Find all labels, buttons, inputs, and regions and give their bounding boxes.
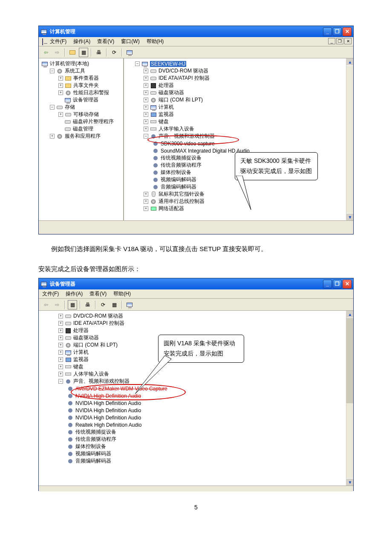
expand-icon[interactable]: +	[144, 127, 148, 131]
tree-legacy-aud[interactable]: 传统音频驱动程序	[161, 162, 202, 169]
tree-cpu[interactable]: 处理器	[159, 82, 174, 89]
back-button[interactable]: ⇦	[41, 48, 51, 57]
tree-keyboard[interactable]: 键盘	[159, 118, 169, 125]
expand-icon[interactable]: +	[58, 76, 63, 81]
menu-file[interactable]: 文件(F)	[50, 38, 66, 45]
tree-disk-drive[interactable]: 磁盘驱动器	[73, 334, 99, 341]
tree-legacy-vid[interactable]: 传统视频捕捉设备	[75, 428, 116, 436]
tree-nvidia-4[interactable]: NVIDIA High Definition Audio	[75, 415, 141, 421]
tree-legacy-aud[interactable]: 传统音频驱动程序	[75, 436, 116, 443]
tree-monitor[interactable]: 监视器	[159, 111, 174, 118]
tree-aud-codec[interactable]: 音频编码解码器	[161, 183, 196, 191]
refresh-button[interactable]: ⟳	[110, 48, 119, 57]
expand-icon[interactable]: +	[144, 199, 148, 204]
menu-action[interactable]: 操作(A)	[66, 290, 83, 298]
tree-hid[interactable]: 人体学输入设备	[159, 125, 194, 133]
expand-icon[interactable]: +	[58, 90, 63, 95]
expand-icon[interactable]: +	[144, 112, 148, 117]
expand-icon[interactable]: +	[144, 119, 148, 124]
tree-ide[interactable]: IDE ATA/ATAPI 控制器	[159, 75, 210, 82]
collapse-icon[interactable]: −	[50, 69, 55, 73]
tree-root-pc[interactable]: SEEKVIEW-HJ	[150, 61, 186, 67]
menu-action[interactable]: 操作(A)	[73, 38, 90, 45]
tree-defrag[interactable]: 磁盘碎片整理程序	[73, 118, 114, 125]
tree-disk-drive[interactable]: 磁盘驱动器	[159, 89, 184, 96]
tree-averdvd[interactable]: AVerDVD EZMaker WDM Video Capture	[75, 386, 167, 392]
collapse-icon[interactable]: −	[135, 61, 140, 66]
tree-computer[interactable]: 计算机	[73, 349, 89, 356]
menu-file[interactable]: 文件(F)	[42, 290, 59, 298]
right-tree-pane[interactable]: −SEEKVIEW-HJ +DVD/CD-ROM 驱动器 +IDE ATA/AT…	[124, 58, 353, 220]
tree-keyboard[interactable]: 键盘	[73, 363, 84, 370]
expand-icon[interactable]: +	[58, 335, 63, 340]
tree-removable[interactable]: 可移动存储	[73, 111, 99, 118]
mdi-restore-button[interactable]: ❐	[336, 38, 343, 44]
scroll-down-button[interactable]: ▼	[346, 213, 353, 220]
tree-device-manager[interactable]: 设备管理器	[73, 96, 98, 104]
up-button[interactable]	[68, 48, 77, 57]
tree-ide[interactable]: IDE ATA/ATAPI 控制器	[73, 320, 124, 327]
tree-services[interactable]: 服务和应用程序	[65, 133, 101, 140]
expand-icon[interactable]: +	[144, 105, 148, 110]
maximize-button[interactable]: ❐	[333, 280, 342, 289]
expand-icon[interactable]: +	[58, 364, 63, 369]
tree-monitor[interactable]: 监视器	[73, 356, 89, 363]
expand-icon[interactable]: +	[58, 321, 63, 326]
vertical-scrollbar[interactable]: ▲ ▼	[346, 58, 353, 220]
expand-icon[interactable]: +	[144, 192, 148, 197]
minimize-button[interactable]: _	[323, 27, 332, 36]
expand-icon[interactable]: +	[58, 328, 63, 333]
tree-root[interactable]: 计算机管理(本地)	[50, 60, 89, 67]
vertical-scrollbar[interactable]: ▲ ▼	[346, 311, 353, 486]
tree-sound[interactable]: 声音、视频和游戏控制器	[73, 378, 130, 385]
back-button[interactable]: ⇦	[41, 300, 51, 309]
tree-vid-codec[interactable]: 视频编码解码器	[161, 176, 196, 183]
menu-view[interactable]: 查看(V)	[97, 38, 114, 45]
tree-event-viewer[interactable]: 事件查看器	[73, 75, 99, 82]
tree-ports[interactable]: 端口 (COM 和 LPT)	[159, 96, 203, 104]
close-button[interactable]: ✕	[343, 27, 352, 36]
expand-icon[interactable]: +	[144, 98, 148, 102]
collapse-icon[interactable]: −	[50, 105, 55, 110]
collapse-icon[interactable]: −	[144, 134, 148, 139]
tree-mouse[interactable]: 鼠标和其它指针设备	[159, 191, 205, 198]
menu-view[interactable]: 查看(V)	[89, 290, 107, 298]
tree-disk-mgmt[interactable]: 磁盘管理	[73, 125, 93, 133]
close-button[interactable]: ✕	[343, 280, 352, 289]
tree-realtek[interactable]: Realtek High Definition Audio	[75, 422, 141, 428]
expand-icon[interactable]: +	[144, 76, 148, 81]
view-button[interactable]: ▦	[110, 300, 119, 309]
expand-icon[interactable]: +	[144, 69, 148, 73]
tree-media-ctrl[interactable]: 媒体控制设备	[75, 443, 106, 450]
expand-icon[interactable]: +	[58, 357, 63, 362]
expand-icon[interactable]: +	[144, 83, 148, 88]
scan-button[interactable]	[125, 300, 134, 309]
expand-icon[interactable]: +	[144, 90, 148, 95]
expand-icon[interactable]: +	[58, 83, 63, 88]
tree-perf[interactable]: 性能日志和警报	[73, 89, 109, 96]
tree-vid-codec[interactable]: 视频编码解码器	[75, 450, 111, 457]
tree-storage[interactable]: 存储	[65, 104, 75, 111]
tree-computer[interactable]: 计算机	[159, 104, 174, 111]
refresh-button[interactable]: ⟳	[98, 300, 108, 309]
menu-window[interactable]: 窗口(W)	[121, 38, 139, 45]
titlebar[interactable]: 计算机管理 _ ❐ ✕	[39, 26, 353, 37]
expand-icon[interactable]: +	[58, 112, 63, 117]
mdi-close-button[interactable]: ✕	[344, 38, 352, 44]
tree-sdk3000[interactable]: SDK3000 video capture	[161, 141, 215, 147]
print-button[interactable]: 🖶	[83, 300, 92, 309]
expand-icon[interactable]: +	[144, 206, 148, 211]
mdi-minimize-button[interactable]: _	[328, 38, 335, 44]
tree-ports[interactable]: 端口 (COM 和 LPT)	[73, 341, 118, 349]
collapse-icon[interactable]: −	[58, 379, 63, 384]
tree-dvd[interactable]: DVD/CD-ROM 驱动器	[159, 67, 208, 75]
scroll-up-button[interactable]: ▲	[346, 311, 353, 318]
forward-button[interactable]: ⇨	[52, 300, 62, 309]
expand-icon[interactable]: +	[58, 343, 63, 347]
expand-icon[interactable]: +	[58, 350, 63, 355]
expand-icon[interactable]: +	[58, 372, 63, 376]
tree-aud-codec[interactable]: 音频编码解码器	[75, 457, 111, 465]
tree-system-tools[interactable]: 系统工具	[65, 67, 85, 75]
scroll-thumb[interactable]	[346, 318, 353, 403]
print-button[interactable]: 🖶	[94, 48, 104, 57]
